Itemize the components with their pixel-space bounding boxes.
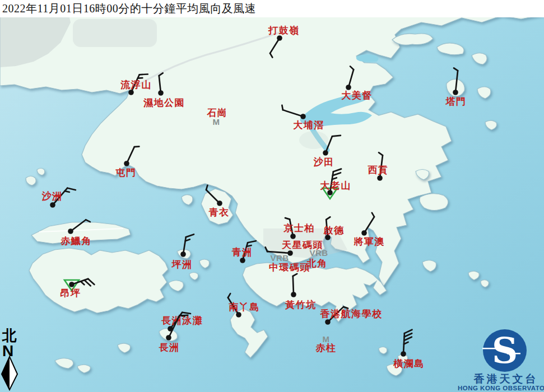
station-dot-icon bbox=[361, 230, 367, 236]
missing-data-note: M bbox=[213, 117, 220, 127]
station-north-point: 北角VRB bbox=[306, 248, 328, 269]
station-label: 香港航海學校 bbox=[320, 308, 383, 319]
station-label: 大埔滘 bbox=[293, 119, 324, 130]
station-dot-icon bbox=[69, 282, 75, 287]
station-label: 將軍澳 bbox=[353, 236, 385, 247]
station-label: 北角 bbox=[306, 258, 328, 269]
station-dot-icon bbox=[290, 234, 296, 239]
station-label: 打鼓嶺 bbox=[268, 25, 300, 36]
station-dot-icon bbox=[377, 175, 383, 181]
title-bar: 2022年11月01日16時00分的十分鐘平均風向及風速 bbox=[0, 0, 544, 17]
wind-barb-shaft bbox=[293, 276, 294, 295]
station-label: 大美督 bbox=[341, 90, 373, 101]
logo-line-right bbox=[507, 353, 520, 354]
hong-kong-map: 打鼓嶺流浮山濕地公園石崗M大美督塔門大埔滘沙田西貢大老山屯門沙洲青衣赤鱲角京士柏… bbox=[0, 0, 544, 392]
hko-logo-s-monogram: S bbox=[492, 329, 518, 371]
station-dot-icon bbox=[68, 228, 73, 234]
wind-barb-feather bbox=[282, 105, 283, 110]
wind-map-page: 打鼓嶺流浮山濕地公園石崗M大美督塔門大埔滘沙田西貢大老山屯門沙洲青衣赤鱲角京士柏… bbox=[0, 0, 544, 392]
station-label: 啟德 bbox=[323, 225, 345, 236]
station-label: 赤柱 bbox=[315, 342, 337, 353]
station-label: 赤鱲角 bbox=[60, 235, 92, 246]
station-dot-icon bbox=[401, 351, 406, 357]
station-label: 青衣 bbox=[209, 207, 230, 218]
station-dot-icon bbox=[50, 202, 55, 208]
station-label: 黃竹坑 bbox=[285, 299, 317, 310]
station-dot-icon bbox=[277, 35, 282, 41]
variable-wind-note: VRB bbox=[270, 253, 289, 263]
station-dot-icon bbox=[158, 90, 164, 96]
station-label: 長洲泳灘 bbox=[161, 315, 203, 326]
station-label: 大老山 bbox=[320, 180, 351, 191]
wind-barb-feather bbox=[332, 136, 341, 137]
station-label: 京士柏 bbox=[283, 222, 315, 234]
station-dot-icon bbox=[291, 292, 296, 297]
logo-line-left bbox=[482, 348, 496, 349]
station-dot-icon bbox=[217, 200, 222, 206]
station-label: 長洲 bbox=[159, 342, 180, 353]
station-label: 坪洲 bbox=[171, 259, 193, 270]
station-label: 石崗 bbox=[207, 107, 228, 118]
hko-name-english: HONG KONG OBSERVATORY bbox=[458, 385, 544, 391]
station-label: 橫瀾島 bbox=[393, 358, 425, 369]
north-chinese-label: 北 bbox=[2, 327, 17, 344]
missing-data-note: M bbox=[323, 334, 330, 344]
station-label: 南丫島 bbox=[229, 301, 260, 312]
station-dot-icon bbox=[240, 258, 245, 263]
station-label: 流浮山 bbox=[120, 79, 152, 90]
wind-barb-feather bbox=[140, 74, 148, 75]
hko-name-chinese: 香港天文台 bbox=[473, 372, 538, 385]
variable-wind-note: VRB bbox=[309, 248, 328, 258]
station-dot-icon bbox=[325, 319, 331, 325]
station-label: 昂坪 bbox=[61, 287, 81, 298]
wind-barb-feather bbox=[179, 315, 188, 316]
station-dot-icon bbox=[453, 90, 458, 95]
station-label: 沙田 bbox=[313, 156, 334, 167]
station-label: 西貢 bbox=[368, 164, 389, 175]
station-label: 塔門 bbox=[445, 96, 467, 107]
station-dot-icon bbox=[300, 114, 306, 119]
station-label: 濕地公園 bbox=[143, 97, 185, 108]
station-label: 沙洲 bbox=[41, 190, 63, 202]
station-label: 中環碼頭 bbox=[269, 262, 310, 273]
station-dot-icon bbox=[128, 90, 134, 95]
north-letter-label: N bbox=[2, 342, 13, 360]
station-dot-icon bbox=[124, 161, 129, 166]
station-dot-icon bbox=[180, 251, 186, 257]
station-dot-icon bbox=[166, 335, 171, 340]
station-label: 青洲 bbox=[232, 246, 253, 258]
station-label: 屯門 bbox=[115, 167, 137, 178]
station-dot-icon bbox=[323, 150, 328, 156]
map-title: 2022年11月01日16時00分的十分鐘平均風向及風速 bbox=[0, 1, 256, 16]
wind-barb-feather bbox=[134, 147, 140, 147]
wind-barb-feather bbox=[65, 191, 69, 192]
station-dot-icon bbox=[236, 312, 241, 318]
